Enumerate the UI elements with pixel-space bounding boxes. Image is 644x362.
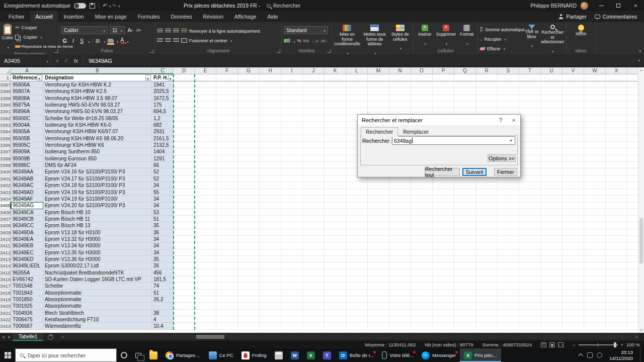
cell-empty[interactable] xyxy=(174,135,195,142)
align-left-icon[interactable] xyxy=(157,38,163,43)
cell-designation[interactable]: Eprom Bösch HB 13 xyxy=(43,222,152,229)
cell-reference[interactable]: 96349CC xyxy=(11,222,43,229)
cell-reference[interactable]: 95905B xyxy=(11,135,43,142)
cell-empty[interactable] xyxy=(174,283,195,289)
tab-aide[interactable]: Aide xyxy=(262,11,283,22)
align-right-icon[interactable] xyxy=(173,38,179,43)
taskbar-yourphone[interactable]: Votre télé... xyxy=(378,348,418,362)
row-header-3395[interactable]: 3395 xyxy=(0,135,11,142)
align-center-icon[interactable] xyxy=(165,38,171,43)
align-top-icon[interactable] xyxy=(157,29,163,33)
cell-reference[interactable]: 96349EB xyxy=(11,242,43,249)
sheet-tab-tabelle1[interactable]: Tabelle1 xyxy=(13,333,43,341)
cell-price[interactable]: 1941 xyxy=(152,81,174,88)
cell-price[interactable]: 52 xyxy=(152,175,174,182)
cell-price[interactable]: 456 xyxy=(152,269,174,276)
cell-price[interactable]: 34 xyxy=(152,236,174,242)
cell-reference[interactable]: EV66742 xyxy=(11,276,43,283)
cell-designation[interactable]: Verrohrung KSH-HBW K2.5 xyxy=(43,88,152,95)
row-header-3407[interactable]: 3407 xyxy=(0,216,11,222)
cell-designation[interactable]: Absorptionmatte xyxy=(43,290,152,296)
format-as-table-button[interactable]: Mettre sous forme de tableau xyxy=(362,24,387,57)
collapse-ribbon-icon[interactable]: ∧ xyxy=(638,49,641,53)
cell-reference[interactable]: 96349DA xyxy=(11,229,43,236)
save-icon[interactable] xyxy=(90,3,95,9)
cell-reference[interactable]: 95986C xyxy=(11,162,43,168)
close-button[interactable]: × xyxy=(627,0,644,11)
cell-price[interactable]: 55 xyxy=(152,189,174,196)
cell-price[interactable]: 34 xyxy=(152,242,174,249)
cell-reference[interactable]: T004936 xyxy=(11,310,43,316)
cell-price[interactable]: 2025,5 xyxy=(152,88,174,95)
column-header-w[interactable]: W xyxy=(584,67,606,74)
font-color-button[interactable]: A xyxy=(121,38,124,44)
normal-view-button[interactable] xyxy=(541,342,546,347)
row-header-3405[interactable]: 3405 xyxy=(0,202,11,209)
cell-designation[interactable]: Nachrüstpaket BreitbandsondeNTK xyxy=(43,269,152,276)
maximize-button[interactable] xyxy=(610,0,627,11)
cell-price[interactable]: 1291 xyxy=(152,155,174,162)
decrease-font-button[interactable]: A▾ xyxy=(135,27,142,34)
cell-empty[interactable] xyxy=(174,222,195,229)
cell-header-reference[interactable]: Référence xyxy=(11,74,43,81)
cell-price[interactable]: 34 xyxy=(152,249,174,256)
row-header-3406[interactable]: 3406 xyxy=(0,209,11,216)
cell-designation[interactable]: SD-Karten Daten Logger 16GB LTC mit VP xyxy=(43,276,152,283)
share-button[interactable]: Partager xyxy=(558,14,586,20)
column-header-o[interactable]: O xyxy=(411,67,433,74)
cell-empty[interactable] xyxy=(174,81,195,88)
row-header-3417[interactable]: 3417 xyxy=(0,283,11,289)
tab-mise-en-page[interactable]: Mise en page xyxy=(90,11,132,22)
minimize-button[interactable] xyxy=(593,0,610,11)
row-header-3421[interactable]: 3421 xyxy=(0,310,11,316)
cell-designation[interactable]: Eprom Bösch HB 10 xyxy=(43,209,152,216)
cell-empty[interactable] xyxy=(174,290,195,296)
align-bottom-icon[interactable] xyxy=(173,29,179,33)
cancel-icon[interactable]: × xyxy=(56,58,59,64)
combo-dropdown-icon[interactable]: ▾ xyxy=(507,138,515,143)
cell-price[interactable]: 34 xyxy=(152,196,174,202)
cell-designation[interactable]: Isolierung für KSH-HBW K6-0 xyxy=(43,122,152,128)
dialog-launcher-icon[interactable] xyxy=(277,49,280,53)
cell-reference[interactable]: 96349AB xyxy=(11,175,43,182)
tab-fichier[interactable]: Fichier xyxy=(3,11,30,22)
vertical-scrollbar[interactable]: ▴ ▾ xyxy=(638,67,644,333)
taskbar-messenger[interactable]: Messenger xyxy=(418,348,460,362)
row-header-3397[interactable]: 3397 xyxy=(0,148,11,155)
tab-révision[interactable]: Révision xyxy=(198,11,229,22)
cell-designation[interactable]: Eprom V24.17 für S3100/P3100/ P3 xyxy=(43,175,152,182)
dialog-help-button[interactable]: ? xyxy=(494,115,507,125)
align-middle-icon[interactable] xyxy=(165,29,171,33)
fill-button[interactable]: Recopier xyxy=(480,35,522,43)
italic-button[interactable]: I xyxy=(70,37,76,45)
tab-affichage[interactable]: Affichage xyxy=(229,11,262,22)
cell-reference[interactable]: T006475 xyxy=(11,316,43,323)
cell-price[interactable]: 4 xyxy=(152,316,174,323)
cell-reference[interactable]: 95807A xyxy=(11,88,43,95)
scroll-right-icon[interactable]: ▸ xyxy=(636,335,638,339)
cell-price[interactable]: 682 xyxy=(152,122,174,128)
column-header-h[interactable]: H xyxy=(260,67,281,74)
cell-price[interactable]: 51 xyxy=(152,290,174,296)
cell-empty[interactable] xyxy=(174,155,195,162)
vertical-scroll-thumb[interactable] xyxy=(639,218,643,263)
cell-price[interactable]: 2132,5 xyxy=(152,142,174,148)
cell-designation[interactable]: Scheibe für Welle d=18-25 08/05 xyxy=(43,115,152,122)
cell-empty[interactable] xyxy=(174,142,195,148)
cell-reference[interactable]: 96349AG xyxy=(11,202,43,209)
cell-price[interactable]: 2931 xyxy=(152,128,174,135)
cell-designation[interactable]: Isolierung Eurosun 850 xyxy=(43,155,152,162)
conditional-formatting-button[interactable]: Mise en forme conditionnelle xyxy=(334,24,360,57)
column-header-k[interactable]: K xyxy=(325,67,346,74)
row-header-3402[interactable]: 3402 xyxy=(0,182,11,189)
column-header-g[interactable]: G xyxy=(238,67,260,74)
cell-empty[interactable] xyxy=(174,74,195,81)
row-header-3420[interactable]: 3420 xyxy=(0,303,11,309)
cell-empty[interactable] xyxy=(174,182,195,189)
cell-designation[interactable]: Eprom V13.35 für H3000 xyxy=(43,249,152,256)
dialog-tab-rechercher[interactable]: Rechercher xyxy=(361,127,398,137)
column-header-u[interactable]: U xyxy=(541,67,562,74)
cell-reference[interactable]: 95875A xyxy=(11,102,43,108)
dialog-title-bar[interactable]: Rechercher et remplacer ? × xyxy=(358,115,520,125)
taskbar-word[interactable]: W xyxy=(287,348,303,362)
